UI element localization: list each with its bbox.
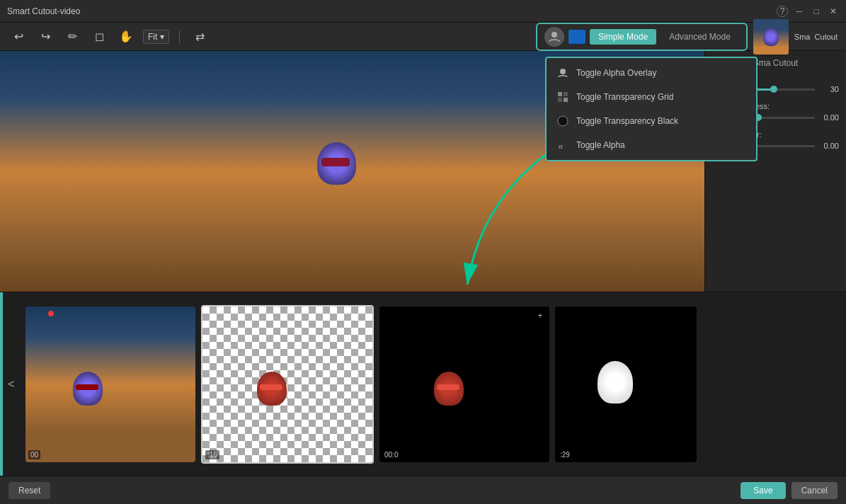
- brush-button[interactable]: ✏: [62, 27, 82, 47]
- action-buttons: Save Cancel: [741, 482, 838, 499]
- eraser-button[interactable]: ◻: [89, 27, 109, 47]
- figure-glasses: [321, 158, 350, 166]
- film-thumb-black[interactable]: 00:0 +: [379, 307, 549, 462]
- strip-left-button[interactable]: <: [3, 378, 20, 391]
- svg-point-2: [560, 69, 566, 74]
- filmstrip-container: 00 :15 00:0 +: [20, 299, 846, 469]
- advanced-mode-button[interactable]: Advanced Mode: [661, 29, 739, 45]
- cancel-button[interactable]: Cancel: [791, 482, 838, 499]
- edge-thickness-value: 0.00: [819, 113, 839, 122]
- toggle-alpha-icon: α: [556, 139, 569, 151]
- toolbar-right: Simple Mode Advanced Mode Sma Cutout: [536, 19, 838, 55]
- minimize-button[interactable]: ─: [794, 6, 805, 17]
- thumb-transparent-bg: [202, 307, 372, 462]
- film-thumb-original[interactable]: 00: [25, 307, 195, 462]
- redo-icon: ↪: [41, 30, 50, 43]
- film-thumb-alpha[interactable]: :29: [555, 307, 697, 462]
- toggle-transparency-grid-item[interactable]: Toggle Transparency Grid: [547, 85, 756, 109]
- switch-button[interactable]: ⇄: [190, 27, 210, 47]
- thumb-trans-figure: [257, 372, 287, 406]
- toggle-alpha-item[interactable]: α Toggle Alpha: [547, 133, 756, 157]
- thumb-black-head: [434, 372, 464, 406]
- person-svg: [548, 30, 561, 43]
- thumb-alpha-head: [598, 361, 633, 403]
- fit-dropdown[interactable]: Fit ▾: [143, 30, 169, 44]
- edge-feather-value: 0.00: [819, 142, 839, 150]
- thumb-original-bg: [25, 307, 195, 462]
- svg-point-0: [551, 32, 557, 38]
- redo-button[interactable]: ↪: [35, 27, 55, 47]
- toggle-transparency-black-icon: [556, 115, 569, 127]
- thumb-trans-glasses: [260, 384, 282, 390]
- app-title: Smart Cutout-video: [7, 6, 80, 16]
- brush-size-value: 30: [819, 85, 839, 93]
- thumb-time-0: 00: [28, 450, 40, 459]
- thumb-time-29: :29: [558, 450, 572, 459]
- filmstrip: < 00 :15: [0, 292, 846, 476]
- figure-head: [317, 142, 356, 185]
- svg-point-7: [558, 116, 568, 126]
- fit-label: Fit: [148, 32, 157, 42]
- brush-icon: ✏: [68, 30, 77, 43]
- brush-size-thumb[interactable]: [770, 86, 777, 93]
- thumb-orig-glasses: [76, 384, 98, 390]
- save-button[interactable]: Save: [741, 482, 785, 499]
- undo-icon: ↩: [14, 30, 23, 43]
- thumb-alpha-figure: [598, 361, 633, 403]
- toggle-alpha-label: Toggle Alpha: [576, 140, 625, 150]
- thumb-black-bg: [379, 307, 549, 462]
- avatar-icon[interactable]: [544, 27, 564, 47]
- pan-icon: ✋: [119, 30, 133, 43]
- svg-rect-4: [564, 92, 568, 96]
- bottom-action-bar: Reset Save Cancel: [0, 476, 846, 504]
- thumb-orig-head: [73, 372, 103, 406]
- thumb-add-button[interactable]: +: [534, 309, 547, 322]
- svg-rect-6: [564, 98, 568, 102]
- fit-chevron-icon: ▾: [160, 32, 164, 42]
- close-button[interactable]: ✕: [828, 6, 839, 17]
- timeline-dot: [48, 311, 54, 316]
- dropdown-menu: Toggle Alpha Overlay Toggle Transparency…: [545, 57, 758, 161]
- toggle-transparency-grid-label: Toggle Transparency Grid: [576, 92, 673, 102]
- toggle-transparency-black-item[interactable]: Toggle Transparency Black: [547, 109, 756, 133]
- blue-color-swatch[interactable]: [568, 30, 585, 44]
- view-mode-panel: Simple Mode Advanced Mode: [536, 23, 748, 51]
- thumb-black-figure: [434, 372, 464, 406]
- toggle-transparency-grid-icon: [556, 91, 569, 103]
- toggle-alpha-overlay-label: Toggle Alpha Overlay: [576, 68, 656, 78]
- eraser-icon: ◻: [95, 30, 104, 43]
- help-button[interactable]: ?: [777, 6, 788, 17]
- window-controls: ? ─ □ ✕: [777, 6, 839, 17]
- corner-figure: [763, 28, 779, 46]
- toggle-alpha-overlay-icon: [556, 67, 569, 79]
- reset-button[interactable]: Reset: [8, 482, 50, 499]
- svg-rect-5: [558, 98, 562, 102]
- toggle-alpha-overlay-item[interactable]: Toggle Alpha Overlay: [547, 61, 756, 85]
- simple-mode-button[interactable]: Simple Mode: [590, 29, 656, 45]
- switch-icon: ⇄: [195, 30, 205, 43]
- svg-rect-3: [558, 92, 562, 96]
- thumb-time-15: :15: [205, 450, 219, 459]
- separator: [179, 30, 180, 44]
- svg-text:α: α: [559, 142, 563, 150]
- canvas-figure: [317, 142, 367, 199]
- corner-thumbnail: [753, 19, 789, 55]
- thumb-black-glasses: [437, 384, 459, 390]
- pan-button[interactable]: ✋: [116, 27, 136, 47]
- thumb-alpha-bg: [555, 307, 697, 462]
- sma-cutout-label: Sma Cutout: [753, 58, 798, 68]
- sma-cutout-top-label: Sma Cutout: [794, 33, 838, 41]
- film-thumb-transparent[interactable]: :15: [201, 305, 374, 464]
- thumb-trans-head: [257, 372, 287, 406]
- thumb-time-000: 00:0: [382, 450, 400, 459]
- main-toolbar: ↩ ↪ ✏ ◻ ✋ Fit ▾ ⇄ Simple M: [0, 23, 846, 51]
- maximize-button[interactable]: □: [811, 6, 822, 17]
- undo-button[interactable]: ↩: [8, 27, 28, 47]
- thumb-orig-figure: [73, 372, 103, 406]
- toggle-transparency-black-label: Toggle Transparency Black: [576, 116, 678, 126]
